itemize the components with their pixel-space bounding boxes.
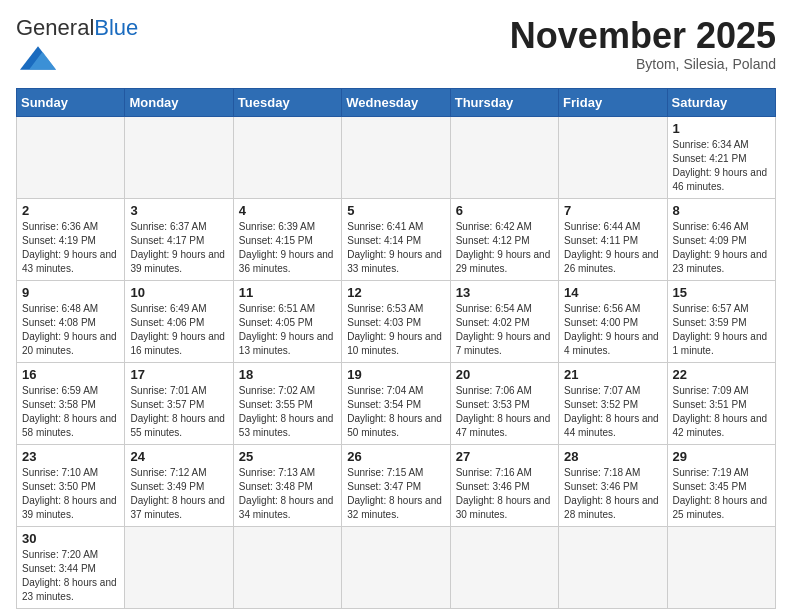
day-number: 26 bbox=[347, 449, 444, 464]
calendar-cell: 22Sunrise: 7:09 AMSunset: 3:51 PMDayligh… bbox=[667, 363, 775, 445]
calendar-cell bbox=[559, 527, 667, 609]
day-number: 7 bbox=[564, 203, 661, 218]
day-info: Sunrise: 7:20 AMSunset: 3:44 PMDaylight:… bbox=[22, 548, 119, 604]
calendar-cell: 24Sunrise: 7:12 AMSunset: 3:49 PMDayligh… bbox=[125, 445, 233, 527]
logo-text: GeneralBlue bbox=[16, 16, 138, 40]
day-info: Sunrise: 7:10 AMSunset: 3:50 PMDaylight:… bbox=[22, 466, 119, 522]
calendar-cell bbox=[233, 117, 341, 199]
day-info: Sunrise: 6:37 AMSunset: 4:17 PMDaylight:… bbox=[130, 220, 227, 276]
calendar-cell bbox=[450, 117, 558, 199]
day-number: 9 bbox=[22, 285, 119, 300]
calendar-cell bbox=[342, 117, 450, 199]
day-info: Sunrise: 6:41 AMSunset: 4:14 PMDaylight:… bbox=[347, 220, 444, 276]
day-number: 20 bbox=[456, 367, 553, 382]
day-info: Sunrise: 6:51 AMSunset: 4:05 PMDaylight:… bbox=[239, 302, 336, 358]
week-row-1: 1Sunrise: 6:34 AMSunset: 4:21 PMDaylight… bbox=[17, 117, 776, 199]
day-info: Sunrise: 6:39 AMSunset: 4:15 PMDaylight:… bbox=[239, 220, 336, 276]
logo-general: General bbox=[16, 15, 94, 40]
calendar-cell bbox=[450, 527, 558, 609]
logo-blue: Blue bbox=[94, 15, 138, 40]
calendar-cell: 6Sunrise: 6:42 AMSunset: 4:12 PMDaylight… bbox=[450, 199, 558, 281]
day-info: Sunrise: 7:12 AMSunset: 3:49 PMDaylight:… bbox=[130, 466, 227, 522]
calendar-cell: 30Sunrise: 7:20 AMSunset: 3:44 PMDayligh… bbox=[17, 527, 125, 609]
calendar-cell bbox=[667, 527, 775, 609]
day-info: Sunrise: 6:56 AMSunset: 4:00 PMDaylight:… bbox=[564, 302, 661, 358]
day-number: 3 bbox=[130, 203, 227, 218]
day-info: Sunrise: 7:16 AMSunset: 3:46 PMDaylight:… bbox=[456, 466, 553, 522]
day-info: Sunrise: 6:53 AMSunset: 4:03 PMDaylight:… bbox=[347, 302, 444, 358]
calendar-cell: 12Sunrise: 6:53 AMSunset: 4:03 PMDayligh… bbox=[342, 281, 450, 363]
calendar-body: 1Sunrise: 6:34 AMSunset: 4:21 PMDaylight… bbox=[17, 117, 776, 609]
day-info: Sunrise: 7:07 AMSunset: 3:52 PMDaylight:… bbox=[564, 384, 661, 440]
calendar-cell: 23Sunrise: 7:10 AMSunset: 3:50 PMDayligh… bbox=[17, 445, 125, 527]
day-info: Sunrise: 6:44 AMSunset: 4:11 PMDaylight:… bbox=[564, 220, 661, 276]
calendar-cell: 17Sunrise: 7:01 AMSunset: 3:57 PMDayligh… bbox=[125, 363, 233, 445]
calendar-cell: 19Sunrise: 7:04 AMSunset: 3:54 PMDayligh… bbox=[342, 363, 450, 445]
day-number: 15 bbox=[673, 285, 770, 300]
day-number: 23 bbox=[22, 449, 119, 464]
week-row-3: 9Sunrise: 6:48 AMSunset: 4:08 PMDaylight… bbox=[17, 281, 776, 363]
day-info: Sunrise: 6:42 AMSunset: 4:12 PMDaylight:… bbox=[456, 220, 553, 276]
day-header-sunday: Sunday bbox=[17, 89, 125, 117]
calendar-cell bbox=[17, 117, 125, 199]
day-number: 17 bbox=[130, 367, 227, 382]
day-number: 6 bbox=[456, 203, 553, 218]
calendar-cell: 29Sunrise: 7:19 AMSunset: 3:45 PMDayligh… bbox=[667, 445, 775, 527]
week-row-5: 23Sunrise: 7:10 AMSunset: 3:50 PMDayligh… bbox=[17, 445, 776, 527]
day-number: 11 bbox=[239, 285, 336, 300]
day-number: 27 bbox=[456, 449, 553, 464]
day-info: Sunrise: 6:48 AMSunset: 4:08 PMDaylight:… bbox=[22, 302, 119, 358]
day-info: Sunrise: 7:13 AMSunset: 3:48 PMDaylight:… bbox=[239, 466, 336, 522]
day-number: 18 bbox=[239, 367, 336, 382]
day-info: Sunrise: 6:54 AMSunset: 4:02 PMDaylight:… bbox=[456, 302, 553, 358]
day-info: Sunrise: 7:15 AMSunset: 3:47 PMDaylight:… bbox=[347, 466, 444, 522]
day-info: Sunrise: 7:18 AMSunset: 3:46 PMDaylight:… bbox=[564, 466, 661, 522]
day-number: 22 bbox=[673, 367, 770, 382]
calendar-cell: 1Sunrise: 6:34 AMSunset: 4:21 PMDaylight… bbox=[667, 117, 775, 199]
calendar-cell bbox=[233, 527, 341, 609]
day-info: Sunrise: 6:34 AMSunset: 4:21 PMDaylight:… bbox=[673, 138, 770, 194]
day-number: 25 bbox=[239, 449, 336, 464]
day-number: 19 bbox=[347, 367, 444, 382]
calendar-cell: 20Sunrise: 7:06 AMSunset: 3:53 PMDayligh… bbox=[450, 363, 558, 445]
calendar-cell: 15Sunrise: 6:57 AMSunset: 3:59 PMDayligh… bbox=[667, 281, 775, 363]
calendar-cell: 11Sunrise: 6:51 AMSunset: 4:05 PMDayligh… bbox=[233, 281, 341, 363]
calendar-cell bbox=[125, 527, 233, 609]
page-header: GeneralBlue November 2025 Bytom, Silesia… bbox=[16, 16, 776, 80]
calendar-cell: 4Sunrise: 6:39 AMSunset: 4:15 PMDaylight… bbox=[233, 199, 341, 281]
calendar-cell: 3Sunrise: 6:37 AMSunset: 4:17 PMDaylight… bbox=[125, 199, 233, 281]
day-number: 21 bbox=[564, 367, 661, 382]
day-info: Sunrise: 7:01 AMSunset: 3:57 PMDaylight:… bbox=[130, 384, 227, 440]
day-info: Sunrise: 7:09 AMSunset: 3:51 PMDaylight:… bbox=[673, 384, 770, 440]
calendar-cell: 18Sunrise: 7:02 AMSunset: 3:55 PMDayligh… bbox=[233, 363, 341, 445]
title-block: November 2025 Bytom, Silesia, Poland bbox=[510, 16, 776, 72]
day-number: 12 bbox=[347, 285, 444, 300]
day-header-tuesday: Tuesday bbox=[233, 89, 341, 117]
day-info: Sunrise: 6:46 AMSunset: 4:09 PMDaylight:… bbox=[673, 220, 770, 276]
day-info: Sunrise: 7:02 AMSunset: 3:55 PMDaylight:… bbox=[239, 384, 336, 440]
day-number: 2 bbox=[22, 203, 119, 218]
day-number: 10 bbox=[130, 285, 227, 300]
day-number: 13 bbox=[456, 285, 553, 300]
day-info: Sunrise: 7:04 AMSunset: 3:54 PMDaylight:… bbox=[347, 384, 444, 440]
day-info: Sunrise: 7:19 AMSunset: 3:45 PMDaylight:… bbox=[673, 466, 770, 522]
logo-icon bbox=[20, 40, 56, 76]
day-header-thursday: Thursday bbox=[450, 89, 558, 117]
header-row: SundayMondayTuesdayWednesdayThursdayFrid… bbox=[17, 89, 776, 117]
week-row-6: 30Sunrise: 7:20 AMSunset: 3:44 PMDayligh… bbox=[17, 527, 776, 609]
day-number: 16 bbox=[22, 367, 119, 382]
calendar-cell: 2Sunrise: 6:36 AMSunset: 4:19 PMDaylight… bbox=[17, 199, 125, 281]
week-row-4: 16Sunrise: 6:59 AMSunset: 3:58 PMDayligh… bbox=[17, 363, 776, 445]
day-number: 30 bbox=[22, 531, 119, 546]
calendar-cell: 27Sunrise: 7:16 AMSunset: 3:46 PMDayligh… bbox=[450, 445, 558, 527]
day-number: 8 bbox=[673, 203, 770, 218]
day-number: 24 bbox=[130, 449, 227, 464]
calendar-cell bbox=[342, 527, 450, 609]
day-info: Sunrise: 6:59 AMSunset: 3:58 PMDaylight:… bbox=[22, 384, 119, 440]
location: Bytom, Silesia, Poland bbox=[510, 56, 776, 72]
day-info: Sunrise: 6:49 AMSunset: 4:06 PMDaylight:… bbox=[130, 302, 227, 358]
calendar-cell bbox=[125, 117, 233, 199]
calendar-cell: 7Sunrise: 6:44 AMSunset: 4:11 PMDaylight… bbox=[559, 199, 667, 281]
calendar: SundayMondayTuesdayWednesdayThursdayFrid… bbox=[16, 88, 776, 609]
calendar-cell bbox=[559, 117, 667, 199]
